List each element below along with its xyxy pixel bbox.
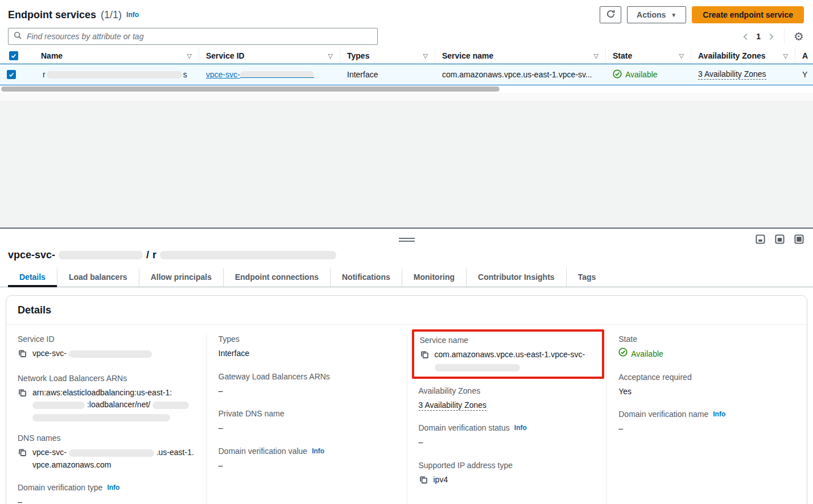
row-select-cell	[0, 70, 34, 79]
filter-icon[interactable]: ▽	[679, 52, 684, 60]
field-label: Private DNS name	[218, 409, 398, 418]
tab-details[interactable]: Details	[8, 268, 57, 287]
dns-name-value: vpce-svc- .us-east-1.vpce.amazonaws.com	[32, 447, 197, 471]
horizontal-scrollbar-thumb[interactable]	[1, 86, 500, 92]
filter-icon[interactable]: ▽	[187, 52, 192, 60]
prev-page-button[interactable]	[742, 33, 749, 40]
field-value: –	[618, 423, 798, 435]
field-domain-verification-value: Domain verification value Info –	[218, 447, 398, 472]
caret-down-icon: ▼	[671, 12, 676, 18]
toolbar-buttons: Actions ▼ Create endpoint service	[600, 6, 804, 23]
row-service-name-cell: com.amazonaws.vpce.us-east-1.vpce-sv...	[435, 70, 606, 79]
field-value: Interface	[218, 348, 398, 360]
field-label: Service ID	[18, 334, 197, 344]
info-link[interactable]: Info	[312, 447, 324, 455]
preferences-gear-icon[interactable]: ⚙	[794, 31, 804, 42]
select-all-cell	[0, 48, 34, 63]
tab-contributor-insights[interactable]: Contributor Insights	[466, 268, 566, 287]
dns-name-prefix: vpce-svc-	[32, 448, 67, 457]
panel-size-small-icon[interactable]	[756, 234, 765, 246]
panel-size-medium-icon[interactable]	[775, 234, 785, 246]
nlb-arn-value: arn:aws:elasticloadbalancing:us-east-1: …	[32, 387, 197, 422]
filter-icon[interactable]: ▽	[328, 52, 333, 60]
field-label: DNS names	[18, 433, 197, 443]
panel-size-full-icon[interactable]	[794, 234, 804, 246]
copy-icon[interactable]	[18, 349, 27, 362]
state-label: Available	[631, 348, 663, 361]
row-availability-zones-cell: 3 Availability Zones	[691, 69, 795, 80]
tab-notifications[interactable]: Notifications	[330, 268, 402, 287]
info-link[interactable]: Info	[713, 410, 725, 418]
column-label: Types	[347, 51, 369, 60]
redacted-name	[47, 71, 182, 79]
header-info-link[interactable]: Info	[126, 11, 139, 19]
filter-icon[interactable]: ▽	[783, 52, 788, 60]
pagination: 1 ⚙	[742, 30, 804, 43]
field-label: Domain verification value	[218, 447, 307, 456]
column-header-service-name: Service name ▽	[435, 48, 606, 63]
field-value: Yes	[618, 386, 798, 398]
copy-icon[interactable]	[420, 350, 429, 363]
redacted-dns	[69, 449, 154, 457]
row-name-suffix: s	[183, 70, 187, 79]
details-column-2: Types Interface Gateway Load Balancers A…	[207, 334, 407, 504]
row-types-value: Interface	[347, 70, 378, 79]
refresh-button[interactable]	[600, 6, 621, 23]
field-supported-ip-type: Supported IP address type ipv4	[419, 461, 598, 488]
field-label: Gateway Load Balancers ARNs	[218, 372, 398, 381]
split-panel-drag-handle[interactable]	[399, 238, 415, 242]
service-name-value: com.amazonaws.vpce.us-east-1.vpce-svc-	[435, 349, 585, 371]
redacted-lb-name	[152, 402, 189, 409]
tab-monitoring[interactable]: Monitoring	[402, 268, 466, 287]
field-nlb-arns: Network Load Balancers ARNs arn:aws:elas…	[18, 374, 197, 422]
state-label: Available	[625, 70, 658, 79]
search-input[interactable]	[27, 32, 372, 41]
service-name-highlight-box: Service name com.amazonaws.vpce.us-east-…	[412, 329, 605, 379]
copy-icon[interactable]	[18, 448, 27, 461]
copy-icon[interactable]	[18, 388, 27, 401]
row-name-prefix: r	[43, 70, 46, 79]
create-button-label: Create endpoint service	[703, 10, 793, 19]
actions-button-label: Actions	[637, 10, 666, 19]
field-acceptance-required: Acceptance required Yes	[618, 373, 798, 398]
tab-allow-principals[interactable]: Allow principals	[139, 268, 223, 287]
availability-zones-popover-link[interactable]: 3 Availability Zones	[698, 69, 766, 80]
endpoint-services-page: Endpoint services (1/1) Info Actions ▼ C…	[0, 0, 813, 504]
copy-icon[interactable]	[419, 475, 428, 488]
row-checkbox[interactable]	[7, 70, 16, 79]
filter-row: 1 ⚙	[0, 24, 813, 48]
service-id-link[interactable]: vpce-svc-	[206, 70, 314, 79]
redacted-service-name	[435, 364, 520, 371]
content-background	[0, 102, 813, 228]
check-circle-icon	[613, 69, 622, 80]
search-box[interactable]	[8, 28, 378, 45]
availability-zones-detail-link[interactable]: 3 Availability Zones	[419, 400, 487, 411]
table-row[interactable]: r s vpce-svc- Interface com.amazonaws.vp…	[0, 64, 813, 85]
redacted-service-id-detail	[69, 350, 152, 358]
service-name-prefix: com.amazonaws.vpce.us-east-1.vpce-svc-	[435, 350, 585, 359]
row-acceptance-cell: Y	[795, 70, 813, 79]
tab-load-balancers[interactable]: Load balancers	[57, 268, 139, 287]
actions-button[interactable]: Actions ▼	[627, 6, 686, 23]
filter-icon[interactable]: ▽	[423, 52, 428, 60]
service-id-prefix: vpce-svc-	[206, 70, 240, 79]
select-all-checkbox[interactable]	[9, 51, 18, 60]
details-column-1: Service ID vpce-svc- Network L	[6, 334, 207, 504]
next-page-button[interactable]	[767, 33, 775, 40]
column-header-types: Types ▽	[340, 48, 435, 63]
redacted-panel-id	[59, 251, 143, 259]
tab-tags[interactable]: Tags	[566, 268, 608, 287]
redacted-account-id	[32, 402, 85, 409]
field-label: Network Load Balancers ARNs	[18, 374, 197, 383]
details-card-body: Service ID vpce-svc- Network L	[6, 325, 807, 504]
split-panel-size-controls	[756, 234, 804, 246]
info-link[interactable]: Info	[514, 424, 527, 432]
current-page[interactable]: 1	[755, 32, 762, 41]
create-endpoint-service-button[interactable]: Create endpoint service	[692, 6, 804, 23]
panel-tabs: Details Load balancers Allow principals …	[0, 268, 813, 287]
info-link[interactable]: Info	[107, 484, 119, 491]
field-value: –	[218, 422, 398, 435]
field-value: ipv4	[434, 474, 448, 486]
filter-icon[interactable]: ▽	[594, 52, 599, 60]
tab-endpoint-connections[interactable]: Endpoint connections	[223, 268, 330, 287]
